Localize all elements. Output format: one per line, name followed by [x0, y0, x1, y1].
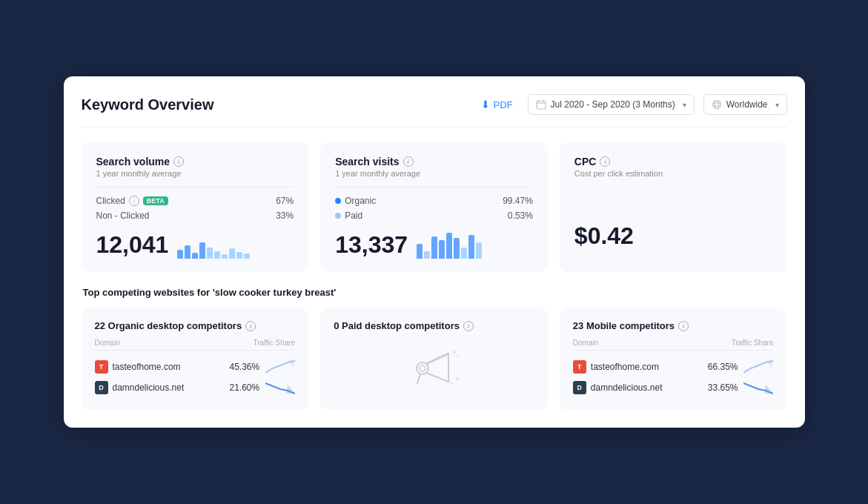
competitors-section-title: Top competing websites for 'slow cooker …	[82, 287, 787, 298]
paid-dot	[335, 213, 341, 219]
competitors-grid: 22 Organic desktop competitors i Domain …	[82, 308, 787, 410]
search-visits-info-icon[interactable]: i	[403, 156, 414, 167]
search-volume-label: Search volume i	[96, 156, 294, 168]
bar	[461, 248, 467, 259]
bar	[431, 236, 437, 259]
search-volume-chart	[177, 229, 250, 259]
svg-point-19	[456, 377, 459, 380]
table-row: T tasteofhome.com 66.35%	[573, 357, 774, 377]
search-volume-info-icon[interactable]: i	[173, 156, 184, 167]
clicked-info-icon[interactable]: i	[129, 196, 139, 206]
paid-competitors-title: 0 Paid desktop competitors i	[334, 320, 534, 331]
bar	[177, 250, 183, 259]
non-clicked-value: 33%	[276, 210, 294, 221]
empty-state	[334, 339, 534, 398]
trend-down-icon	[743, 380, 773, 395]
svg-point-5	[715, 101, 718, 109]
page-title: Keyword Overview	[82, 96, 214, 113]
organic-value: 99.47%	[503, 196, 533, 206]
search-visits-sublabel: 1 year monthly average	[335, 169, 533, 178]
chevron-down-icon: ▾	[775, 101, 779, 109]
favicon: D	[95, 381, 108, 394]
search-visits-value: 13,337	[335, 229, 533, 259]
organic-comp-table-header: Domain Traffic Share	[95, 339, 296, 351]
stats-grid: Search volume i 1 year monthly average C…	[82, 142, 787, 272]
svg-line-15	[417, 374, 420, 383]
header-controls: ⬇ PDF Jul 2020 - Sep 2020 (3 Months) ▾	[475, 94, 787, 115]
bar	[185, 245, 191, 259]
beta-badge: BETA	[143, 196, 168, 205]
bar	[454, 238, 460, 259]
bar	[476, 242, 482, 259]
bar	[229, 248, 235, 259]
trend-up-icon	[265, 359, 295, 374]
bar	[446, 233, 452, 259]
favicon: T	[95, 360, 108, 374]
search-visits-card: Search visits i 1 year monthly average O…	[320, 142, 548, 272]
paid-value: 0.53%	[508, 210, 533, 221]
cpc-value: $0.42	[574, 222, 772, 250]
svg-point-17	[457, 356, 460, 358]
trend-up-icon	[743, 359, 773, 374]
search-visits-label: Search visits i	[335, 156, 533, 168]
chevron-down-icon: ▾	[683, 101, 686, 109]
svg-line-13	[426, 373, 448, 382]
bar	[424, 251, 430, 259]
search-volume-value: 12,041	[96, 229, 294, 259]
mobile-comp-info-icon[interactable]: i	[678, 321, 689, 331]
paid-competitors-card: 0 Paid desktop competitors i	[320, 308, 548, 410]
paid-row: Paid 0.53%	[335, 208, 533, 223]
organic-comp-info-icon[interactable]: i	[245, 321, 256, 331]
bar	[214, 251, 220, 259]
svg-point-16	[453, 351, 456, 354]
search-volume-rows: Clicked i BETA 67% Non - Clicked 33%	[96, 187, 294, 223]
svg-marker-21	[764, 385, 773, 394]
main-card: Keyword Overview ⬇ PDF Jul 2020 - Sep 20…	[64, 76, 805, 428]
mobile-competitors-card: 23 Mobile competitors i Domain Traffic S…	[560, 308, 787, 410]
bar	[468, 235, 474, 259]
location-picker[interactable]: Worldwide ▾	[703, 94, 787, 115]
favicon: D	[573, 381, 586, 394]
search-visits-chart	[417, 229, 482, 259]
svg-marker-20	[766, 359, 773, 368]
svg-line-12	[426, 354, 448, 364]
paid-comp-info-icon[interactable]: i	[463, 321, 474, 331]
header: Keyword Overview ⬇ PDF Jul 2020 - Sep 20…	[82, 94, 787, 127]
favicon: T	[573, 360, 586, 374]
svg-point-4	[712, 101, 720, 109]
calendar-icon	[536, 99, 546, 110]
clicked-value: 67%	[276, 196, 294, 206]
svg-rect-0	[537, 101, 546, 109]
cpc-card: CPC i Cost per click estimation $0.42	[560, 142, 787, 272]
cpc-desc: Cost per click estimation	[574, 169, 772, 178]
svg-point-11	[420, 365, 425, 371]
svg-marker-9	[286, 385, 295, 394]
non-clicked-row: Non - Clicked 33%	[96, 208, 294, 223]
table-row: D damndelicious.net 33.65%	[573, 377, 774, 398]
cpc-info-icon[interactable]: i	[600, 156, 610, 167]
table-row: T tasteofhome.com 45.36%	[95, 357, 296, 377]
bar	[207, 248, 213, 259]
globe-icon	[712, 99, 722, 110]
bar	[244, 253, 250, 259]
svg-point-18	[451, 382, 454, 385]
table-row: D damndelicious.net 21.60%	[95, 377, 296, 398]
trend-down-icon	[265, 380, 295, 395]
search-volume-sublabel: 1 year monthly average	[96, 169, 294, 178]
mobile-competitors-title: 23 Mobile competitors i	[573, 320, 774, 331]
telescope-icon	[404, 346, 463, 391]
bar	[222, 254, 228, 259]
clicked-row: Clicked i BETA 67%	[96, 193, 294, 208]
bar	[236, 252, 242, 259]
bar	[439, 240, 445, 259]
bar	[192, 253, 198, 259]
organic-dot	[335, 198, 341, 204]
pdf-button[interactable]: ⬇ PDF	[475, 96, 519, 113]
cpc-label: CPC i	[574, 156, 772, 168]
search-volume-card: Search volume i 1 year monthly average C…	[82, 142, 309, 272]
pdf-icon: ⬇	[481, 99, 490, 110]
organic-row: Organic 99.47%	[335, 193, 533, 208]
date-range-picker[interactable]: Jul 2020 - Sep 2020 (3 Months) ▾	[528, 94, 695, 115]
organic-competitors-card: 22 Organic desktop competitors i Domain …	[82, 308, 309, 410]
mobile-comp-table-header: Domain Traffic Share	[573, 339, 774, 351]
